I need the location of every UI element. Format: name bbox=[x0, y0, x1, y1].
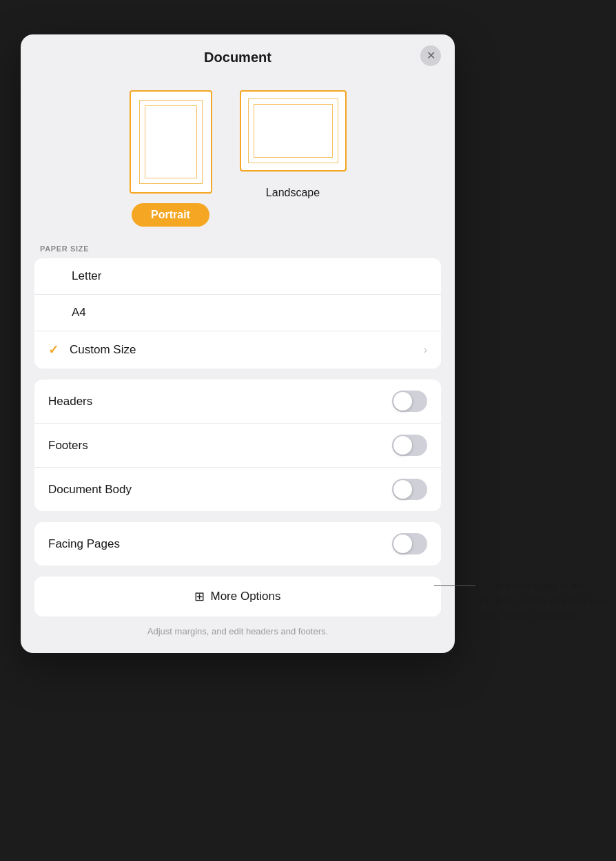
toggle-knob bbox=[393, 392, 412, 411]
paper-size-label: PAPER SIZE bbox=[21, 234, 455, 258]
footers-toggle[interactable] bbox=[392, 435, 427, 456]
facing-pages-label: Facing Pages bbox=[48, 537, 120, 551]
more-options-icon: ⊞ bbox=[194, 589, 205, 604]
footers-label: Footers bbox=[48, 439, 88, 453]
toggle-knob-2 bbox=[393, 436, 412, 455]
toggle-group-1: Headers Footers Document Body bbox=[34, 380, 441, 511]
paper-size-item-custom[interactable]: ✓ Custom Size › bbox=[34, 331, 441, 369]
document-panel: Document ✕ Portrait Lan bbox=[21, 34, 455, 653]
toggle-knob-3 bbox=[393, 480, 412, 499]
headers-label: Headers bbox=[48, 395, 92, 408]
checkmark-icon: ✓ bbox=[48, 342, 59, 357]
portrait-option[interactable]: Portrait bbox=[130, 90, 212, 227]
headers-toggle[interactable] bbox=[392, 391, 427, 412]
document-body-toggle-item: Document Body bbox=[34, 468, 441, 511]
orientation-section: Portrait Landscape bbox=[21, 76, 455, 234]
paper-size-custom-label: Custom Size bbox=[70, 343, 136, 357]
footer-hint: Adjust margins, and edit headers and foo… bbox=[21, 623, 455, 636]
more-options-button[interactable]: ⊞ More Options bbox=[34, 577, 441, 616]
callout-line bbox=[434, 585, 475, 586]
page-outer: Document ✕ Portrait Lan bbox=[0, 0, 616, 653]
landscape-option[interactable]: Landscape bbox=[240, 90, 347, 227]
document-body-label: Document Body bbox=[48, 483, 132, 497]
paper-size-item-a4[interactable]: A4 bbox=[34, 295, 441, 331]
chevron-right-icon: › bbox=[424, 344, 427, 356]
panel-title: Document bbox=[204, 50, 271, 65]
facing-pages-toggle[interactable] bbox=[392, 533, 427, 554]
facing-pages-toggle-item: Facing Pages bbox=[34, 522, 441, 566]
paper-size-list: Letter A4 ✓ Custom Size › bbox=[34, 258, 441, 369]
headers-toggle-item: Headers bbox=[34, 380, 441, 424]
close-icon: ✕ bbox=[427, 49, 435, 62]
paper-size-letter-label: Letter bbox=[72, 269, 101, 283]
toggle-group-2: Facing Pages bbox=[34, 522, 441, 566]
callout-container: If Document Body is not checked, you're … bbox=[434, 579, 613, 622]
callout-text: If Document Body is not checked, you're … bbox=[475, 579, 613, 622]
footers-toggle-item: Footers bbox=[34, 424, 441, 468]
paper-size-item-letter[interactable]: Letter bbox=[34, 258, 441, 295]
more-options-label: More Options bbox=[210, 590, 280, 603]
portrait-icon bbox=[130, 90, 212, 194]
landscape-icon bbox=[240, 90, 347, 172]
panel-header: Document ✕ bbox=[21, 34, 455, 76]
portrait-button[interactable]: Portrait bbox=[132, 203, 209, 227]
document-body-toggle[interactable] bbox=[392, 479, 427, 500]
toggle-knob-4 bbox=[393, 535, 412, 553]
close-button[interactable]: ✕ bbox=[420, 45, 441, 66]
landscape-button[interactable]: Landscape bbox=[247, 181, 339, 205]
paper-size-a4-label: A4 bbox=[72, 306, 86, 320]
